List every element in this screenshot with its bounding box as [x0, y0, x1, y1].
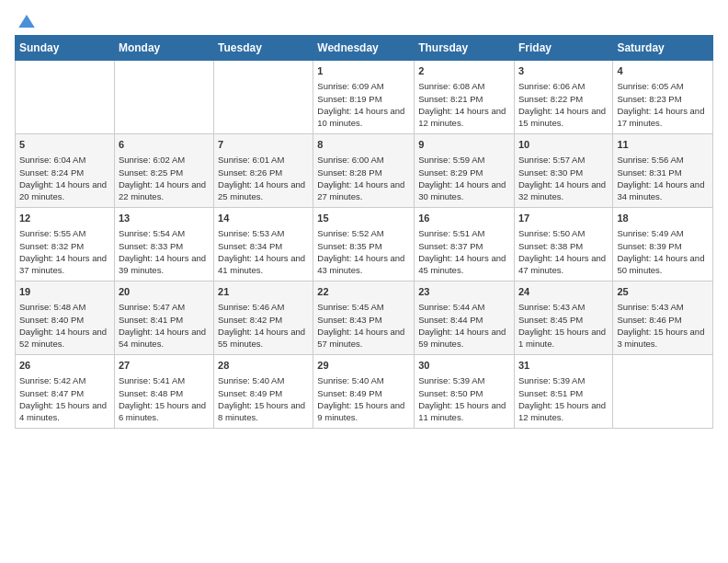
calendar-day-cell: 4Sunrise: 6:05 AMSunset: 8:23 PMDaylight…: [613, 61, 713, 134]
day-number: 9: [418, 138, 510, 152]
day-info: Sunrise: 6:02 AM: [119, 154, 210, 166]
day-info: Sunset: 8:43 PM: [317, 314, 410, 326]
day-number: 25: [617, 285, 709, 299]
day-info: Sunrise: 5:55 AM: [19, 227, 110, 239]
day-info: Daylight: 15 hours and 12 minutes.: [518, 399, 609, 424]
calendar-day-cell: 23Sunrise: 5:44 AMSunset: 8:44 PMDayligh…: [415, 282, 515, 355]
day-info: Sunrise: 5:51 AM: [418, 227, 510, 239]
day-info: Sunrise: 5:50 AM: [518, 227, 609, 239]
day-info: Sunset: 8:42 PM: [218, 314, 309, 326]
day-number: 17: [518, 212, 609, 225]
day-info: Sunrise: 6:06 AM: [518, 80, 609, 92]
calendar-week-row: 5Sunrise: 6:04 AMSunset: 8:24 PMDaylight…: [16, 134, 713, 208]
day-number: 4: [617, 64, 709, 78]
calendar-day-cell: 29Sunrise: 5:40 AMSunset: 8:49 PMDayligh…: [313, 355, 415, 429]
day-info: Sunrise: 5:59 AM: [418, 154, 510, 166]
day-info: Sunset: 8:34 PM: [218, 240, 309, 252]
calendar-day-cell: [613, 355, 713, 429]
day-info: Sunrise: 5:46 AM: [218, 301, 309, 313]
day-info: Sunrise: 5:57 AM: [518, 154, 609, 166]
day-info: Daylight: 14 hours and 34 minutes.: [617, 178, 709, 203]
day-info: Daylight: 14 hours and 55 minutes.: [218, 326, 309, 350]
day-number: 13: [119, 212, 210, 225]
day-info: Daylight: 14 hours and 25 minutes.: [218, 178, 309, 203]
day-info: Sunset: 8:29 PM: [418, 167, 510, 178]
day-number: 23: [418, 285, 510, 299]
day-info: Daylight: 15 hours and 9 minutes.: [317, 399, 410, 424]
day-info: Daylight: 14 hours and 32 minutes.: [518, 178, 609, 203]
day-info: Sunrise: 5:54 AM: [119, 227, 210, 239]
calendar-day-cell: 22Sunrise: 5:45 AMSunset: 8:43 PMDayligh…: [313, 282, 415, 355]
day-info: Daylight: 14 hours and 45 minutes.: [418, 252, 510, 277]
day-info: Sunset: 8:49 PM: [317, 387, 410, 399]
day-info: Sunrise: 6:04 AM: [19, 154, 110, 166]
calendar-day-header: Monday: [114, 36, 213, 61]
day-info: Sunrise: 6:00 AM: [317, 154, 410, 166]
day-number: 1: [317, 64, 410, 78]
day-number: 11: [617, 138, 709, 152]
day-info: Daylight: 15 hours and 8 minutes.: [218, 399, 309, 424]
day-info: Sunset: 8:50 PM: [418, 387, 510, 399]
calendar-day-cell: 27Sunrise: 5:41 AMSunset: 8:48 PMDayligh…: [114, 355, 213, 429]
day-info: Sunset: 8:40 PM: [19, 314, 110, 326]
day-info: Daylight: 14 hours and 52 minutes.: [19, 326, 110, 350]
page-header: [15, 15, 713, 28]
calendar-day-cell: 24Sunrise: 5:43 AMSunset: 8:45 PMDayligh…: [514, 282, 612, 355]
calendar-day-cell: 13Sunrise: 5:54 AMSunset: 8:33 PMDayligh…: [114, 208, 213, 282]
day-number: 21: [218, 285, 309, 299]
day-info: Sunset: 8:33 PM: [119, 240, 210, 252]
day-info: Daylight: 15 hours and 1 minute.: [518, 326, 609, 350]
calendar-day-header: Thursday: [415, 36, 515, 61]
day-info: Sunrise: 6:09 AM: [317, 80, 410, 92]
day-info: Sunrise: 5:42 AM: [19, 374, 110, 386]
day-number: 5: [19, 138, 110, 152]
day-info: Daylight: 14 hours and 47 minutes.: [518, 252, 609, 277]
calendar-day-header: Sunday: [16, 36, 115, 61]
day-info: Sunrise: 5:40 AM: [218, 374, 309, 386]
calendar-day-cell: 2Sunrise: 6:08 AMSunset: 8:21 PMDaylight…: [415, 61, 515, 134]
day-info: Daylight: 14 hours and 39 minutes.: [119, 252, 210, 277]
calendar-week-row: 12Sunrise: 5:55 AMSunset: 8:32 PMDayligh…: [16, 208, 713, 282]
day-number: 24: [518, 285, 609, 299]
day-info: Sunrise: 5:39 AM: [418, 374, 510, 386]
day-info: Daylight: 14 hours and 41 minutes.: [218, 252, 309, 277]
day-info: Sunset: 8:22 PM: [518, 93, 609, 105]
day-number: 20: [119, 285, 210, 299]
day-info: Sunrise: 5:39 AM: [518, 374, 609, 386]
day-number: 22: [317, 285, 410, 299]
day-number: 10: [518, 138, 609, 152]
day-info: Sunrise: 5:44 AM: [418, 301, 510, 313]
day-info: Daylight: 14 hours and 12 minutes.: [418, 105, 510, 130]
calendar-table: SundayMondayTuesdayWednesdayThursdayFrid…: [15, 35, 713, 429]
day-number: 3: [518, 64, 609, 78]
day-info: Daylight: 15 hours and 6 minutes.: [119, 399, 210, 424]
day-info: Daylight: 14 hours and 54 minutes.: [119, 326, 210, 350]
day-info: Daylight: 15 hours and 11 minutes.: [418, 399, 510, 424]
calendar-day-cell: 18Sunrise: 5:49 AMSunset: 8:39 PMDayligh…: [613, 208, 713, 282]
day-info: Sunset: 8:41 PM: [119, 314, 210, 326]
day-info: Daylight: 14 hours and 57 minutes.: [317, 326, 410, 350]
calendar-day-cell: [114, 61, 213, 134]
day-info: Sunrise: 5:41 AM: [119, 374, 210, 386]
calendar-day-cell: 1Sunrise: 6:09 AMSunset: 8:19 PMDaylight…: [313, 61, 415, 134]
calendar-day-cell: 19Sunrise: 5:48 AMSunset: 8:40 PMDayligh…: [16, 282, 115, 355]
day-info: Sunset: 8:38 PM: [518, 240, 609, 252]
day-number: 8: [317, 138, 410, 152]
day-info: Sunset: 8:47 PM: [19, 387, 110, 399]
calendar-day-cell: 5Sunrise: 6:04 AMSunset: 8:24 PMDaylight…: [16, 134, 115, 208]
day-number: 15: [317, 212, 410, 225]
calendar-day-cell: 11Sunrise: 5:56 AMSunset: 8:31 PMDayligh…: [613, 134, 713, 208]
day-info: Daylight: 14 hours and 22 minutes.: [119, 178, 210, 203]
day-info: Daylight: 14 hours and 17 minutes.: [617, 105, 709, 130]
day-info: Daylight: 14 hours and 20 minutes.: [19, 178, 110, 203]
calendar-day-cell: 9Sunrise: 5:59 AMSunset: 8:29 PMDaylight…: [415, 134, 515, 208]
calendar-day-header: Friday: [514, 36, 612, 61]
day-info: Sunrise: 5:48 AM: [19, 301, 110, 313]
calendar-day-cell: 31Sunrise: 5:39 AMSunset: 8:51 PMDayligh…: [514, 355, 612, 429]
calendar-day-cell: 6Sunrise: 6:02 AMSunset: 8:25 PMDaylight…: [114, 134, 213, 208]
calendar-day-header: Tuesday: [214, 36, 313, 61]
day-info: Daylight: 14 hours and 30 minutes.: [418, 178, 510, 203]
day-info: Sunset: 8:28 PM: [317, 167, 410, 178]
day-info: Daylight: 14 hours and 43 minutes.: [317, 252, 410, 277]
calendar-day-cell: 26Sunrise: 5:42 AMSunset: 8:47 PMDayligh…: [16, 355, 115, 429]
